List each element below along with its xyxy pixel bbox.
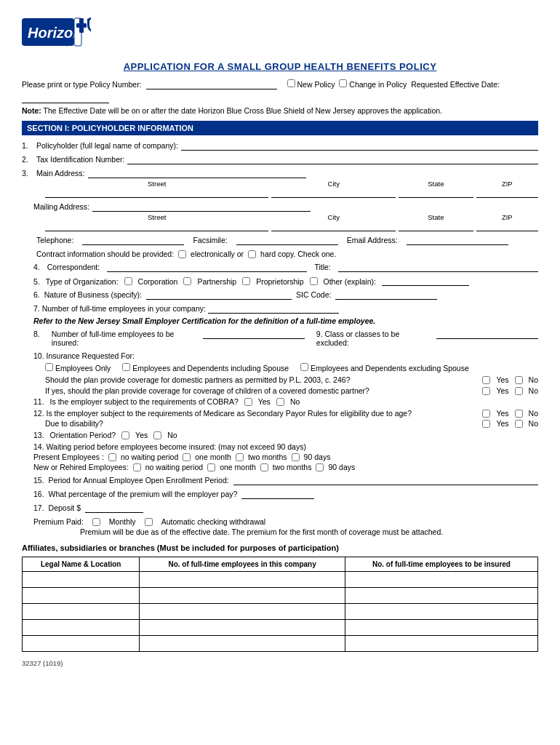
cobra-yes-checkbox[interactable]: [244, 398, 252, 406]
orientation-yes-checkbox[interactable]: [121, 431, 129, 439]
tel-label: Telephone:: [36, 236, 73, 244]
cobra-label: Is the employer subject to the requireme…: [50, 397, 239, 406]
corporation-checkbox[interactable]: [124, 277, 132, 285]
other-label: Other (explain):: [324, 277, 376, 286]
affiliate-fulltime-1[interactable]: [140, 572, 345, 588]
affiliate-name-2[interactable]: [23, 588, 140, 604]
electronically-checkbox[interactable]: [178, 250, 186, 258]
affiliate-name-4[interactable]: [23, 620, 140, 636]
affiliate-fulltime-5[interactable]: [140, 636, 345, 652]
fulltime-field[interactable]: [208, 304, 339, 314]
domestic-children-no-checkbox[interactable]: [515, 387, 523, 395]
medicare-age-no-checkbox[interactable]: [515, 410, 523, 418]
other-checkbox[interactable]: [310, 277, 318, 285]
table-row[interactable]: [23, 620, 538, 636]
affiliate-insured-4[interactable]: [345, 620, 537, 636]
auto-checking-checkbox[interactable]: [145, 518, 153, 526]
policyholder-field[interactable]: [181, 141, 538, 151]
deposit-field[interactable]: [85, 503, 143, 513]
change-policy-label: Change in Policy: [349, 80, 407, 89]
orientation-no-checkbox[interactable]: [153, 431, 161, 439]
telephone-field[interactable]: [82, 236, 184, 245]
domestic-yes-checkbox[interactable]: [482, 376, 490, 384]
present-no-wait-checkbox[interactable]: [108, 453, 116, 461]
new-one-month-checkbox[interactable]: [207, 463, 215, 471]
monthly-checkbox[interactable]: [92, 518, 100, 526]
table-row[interactable]: [23, 636, 538, 652]
disability-no-checkbox[interactable]: [515, 420, 523, 428]
table-row[interactable]: [23, 572, 538, 588]
domestic-no-checkbox[interactable]: [515, 376, 523, 384]
affiliate-name-1[interactable]: [23, 572, 140, 588]
row-11: 11. Is the employer subject to the requi…: [33, 397, 538, 406]
affiliate-insured-5[interactable]: [345, 636, 537, 652]
row-16: 16. What percentage of the premium will …: [33, 490, 538, 499]
present-two-months-checkbox[interactable]: [236, 453, 244, 461]
email-field[interactable]: [407, 236, 508, 245]
proprietorship-checkbox[interactable]: [242, 277, 250, 285]
mailing-address-field[interactable]: [92, 202, 311, 212]
orientation-yes-label: Yes: [135, 431, 148, 439]
affiliate-fulltime-3[interactable]: [140, 604, 345, 620]
tax-id-field[interactable]: [127, 155, 538, 164]
new-policy-checkbox-group[interactable]: New Policy: [287, 79, 335, 89]
correspondent-field[interactable]: [107, 263, 307, 272]
annual-field[interactable]: [233, 476, 538, 485]
disability-yes-checkbox[interactable]: [482, 420, 490, 428]
mailing-street-field[interactable]: [45, 222, 268, 231]
city-field[interactable]: [271, 188, 396, 198]
partnership-label: Partnership: [197, 277, 236, 286]
hard-copy-label: hard copy. Check one.: [260, 250, 336, 258]
title-field[interactable]: [338, 263, 538, 272]
partnership-checkbox[interactable]: [183, 277, 191, 285]
excluded-field[interactable]: [436, 330, 538, 339]
present-90days-checkbox[interactable]: [292, 453, 300, 461]
affiliate-name-3[interactable]: [23, 604, 140, 620]
employees-deps-no-spouse-checkbox[interactable]: [300, 363, 308, 371]
pct-field[interactable]: [241, 490, 314, 499]
domestic-children-yes-checkbox[interactable]: [482, 387, 490, 395]
hard-copy-checkbox[interactable]: [248, 250, 256, 258]
state-field[interactable]: [399, 188, 473, 198]
table-row[interactable]: [23, 588, 538, 604]
affiliate-name-5[interactable]: [23, 636, 140, 652]
present-one-month-checkbox[interactable]: [183, 453, 191, 461]
row-13-num: 13.: [33, 431, 44, 439]
affiliate-insured-3[interactable]: [345, 604, 537, 620]
mailing-sub-labels: Street City State ZIP: [45, 213, 538, 221]
print-label: Please print or type Policy Number:: [22, 80, 142, 89]
affiliates-title: Affiliates, subsidiaries or branches (Mu…: [22, 543, 538, 552]
change-policy-checkbox[interactable]: [339, 79, 347, 87]
mailing-state-field[interactable]: [399, 222, 473, 231]
row-11-num: 11.: [33, 397, 44, 406]
affiliate-insured-2[interactable]: [345, 588, 537, 604]
table-row[interactable]: [23, 604, 538, 620]
other-explain-field[interactable]: [382, 276, 469, 286]
street-field[interactable]: [45, 188, 268, 198]
affiliate-fulltime-2[interactable]: [140, 588, 345, 604]
domestic-children-label: If yes, should the plan provide coverage…: [45, 386, 369, 395]
row-15: 15. Period for Annual Employee Open Enro…: [33, 476, 538, 485]
employees-deps-spouse-checkbox[interactable]: [122, 363, 130, 371]
effective-date-field[interactable]: [22, 94, 109, 103]
business-field[interactable]: [146, 290, 292, 300]
cobra-no-checkbox[interactable]: [276, 398, 284, 406]
new-one-month-label: one month: [220, 463, 256, 471]
affiliate-insured-1[interactable]: [345, 572, 537, 588]
employees-only-checkbox[interactable]: [45, 363, 53, 371]
new-no-wait-checkbox[interactable]: [133, 463, 141, 471]
new-90days-checkbox[interactable]: [316, 463, 324, 471]
new-two-months-checkbox[interactable]: [260, 463, 268, 471]
mailing-zip-field[interactable]: [476, 222, 538, 231]
change-policy-checkbox-group[interactable]: Change in Policy: [339, 79, 407, 89]
sic-field[interactable]: [335, 290, 437, 300]
insured-field[interactable]: [203, 330, 305, 339]
policy-number-field[interactable]: [146, 80, 277, 89]
main-address-field[interactable]: [88, 169, 306, 178]
new-policy-checkbox[interactable]: [287, 79, 295, 87]
medicare-age-yes-checkbox[interactable]: [482, 410, 490, 418]
zip-field[interactable]: [476, 188, 538, 198]
mailing-city-field[interactable]: [271, 222, 396, 231]
fax-field[interactable]: [236, 236, 338, 245]
affiliate-fulltime-4[interactable]: [140, 620, 345, 636]
